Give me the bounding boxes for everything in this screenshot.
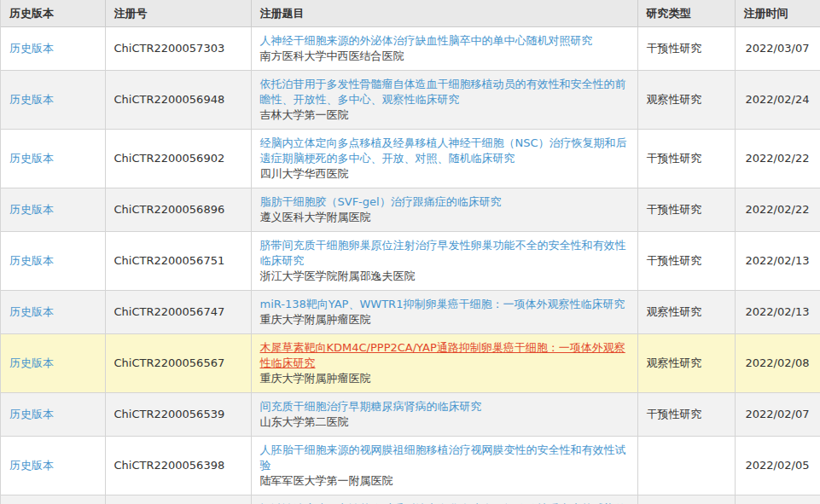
history-version-cell: 历史版本	[1, 232, 105, 291]
title-cell: 探讨泊沙康唑及卡泊芬净对重型地中海贫血造血干细胞移植受者真菌感染的一级预防方案 …	[251, 495, 637, 504]
table-row: 历史版本 ChiCTR2200056948 依托泊苷用于多发性骨髓瘤自体造血干细…	[1, 71, 820, 130]
table-row: 历史版本 ChiCTR2200056747 miR-138靶向YAP、WWTR1…	[1, 291, 820, 334]
institution-name: 重庆大学附属肿瘤医院	[260, 312, 631, 327]
title-cell: miR-138靶向YAP、WWTR1抑制卵巢癌干细胞：一项体外观察性临床研究 重…	[251, 291, 637, 334]
history-version-link[interactable]: 历史版本	[9, 408, 54, 420]
registration-number: ChiCTR2200056539	[105, 393, 251, 437]
trial-title-link[interactable]: 人神经干细胞来源的外泌体治疗缺血性脑卒中的单中心随机对照研究	[260, 34, 593, 47]
study-type: 观察性研究	[637, 334, 735, 393]
registration-date: 2022/02/01	[735, 495, 820, 504]
registration-date: 2022/02/22	[735, 130, 820, 188]
history-version-link[interactable]: 历史版本	[9, 305, 54, 318]
column-header-registration-date: 注册时间	[735, 0, 820, 27]
column-header-study-type: 研究类型	[637, 0, 735, 27]
registration-number: ChiCTR2200056747	[105, 291, 251, 334]
institution-name: 重庆大学附属肿瘤医院	[260, 371, 631, 386]
registration-number: ChiCTR2200057303	[105, 27, 251, 71]
trial-title-link[interactable]: 脐带间充质干细胞卵巢原位注射治疗早发性卵巢功能不全的安全性和有效性临床研究	[260, 239, 626, 267]
table-row: 历史版本 ChiCTR2200056902 经脑内立体定向多点移植及经鼻移植人神…	[1, 130, 820, 188]
institution-name: 陆军军医大学第一附属医院	[260, 473, 631, 489]
registration-date: 2022/03/07	[735, 27, 820, 71]
trial-title-link[interactable]: 经脑内立体定向多点移植及经鼻移植人神经干细胞（NSC）治疗恢复期和后遗症期脑梗死…	[260, 136, 627, 165]
trial-title-link[interactable]: 脂肪干细胞胶（SVF-gel）治疗跟痛症的临床研究	[260, 195, 502, 208]
history-version-link[interactable]: 历史版本	[9, 356, 54, 369]
registration-date: 2022/02/22	[735, 188, 820, 232]
table-row: 历史版本 ChiCTR2200056398 人胚胎干细胞来源的视网膜祖细胞移植治…	[1, 437, 820, 495]
history-version-cell: 历史版本	[1, 393, 105, 437]
trial-registry-results: 历史版本 注册号 注册题目 研究类型 注册时间 历史版本 ChiCTR22000…	[0, 0, 820, 504]
history-version-link[interactable]: 历史版本	[9, 459, 54, 472]
table-row: 历史版本 ChiCTR2200056751 脐带间充质干细胞卵巢原位注射治疗早发…	[1, 232, 820, 291]
column-header-registration-number: 注册号	[105, 0, 251, 27]
trial-title-link[interactable]: miR-138靶向YAP、WWTR1抑制卵巢癌干细胞：一项体外观察性临床研究	[260, 298, 625, 310]
registration-date: 2022/02/13	[735, 232, 820, 291]
registration-date: 2022/02/07	[735, 393, 820, 437]
study-type: 干预性研究	[637, 188, 735, 232]
registration-number: ChiCTR2200056902	[105, 130, 251, 188]
trial-title-link[interactable]: 人胚胎干细胞来源的视网膜祖细胞移植治疗视网膜变性的安全性和有效性试验	[260, 443, 626, 472]
history-version-cell: 历史版本	[1, 71, 105, 130]
history-version-cell: 历史版本	[1, 27, 105, 71]
study-type: 干预性研究	[637, 232, 735, 291]
study-type: 干预性研究	[637, 393, 735, 437]
institution-name: 吉林大学第一医院	[260, 107, 631, 123]
institution-name: 山东大学第二医院	[260, 414, 631, 430]
title-cell: 脂肪干细胞胶（SVF-gel）治疗跟痛症的临床研究 遵义医科大学附属医院	[251, 188, 637, 232]
table-header-row: 历史版本 注册号 注册题目 研究类型 注册时间	[1, 0, 820, 27]
title-cell: 经脑内立体定向多点移植及经鼻移植人神经干细胞（NSC）治疗恢复期和后遗症期脑梗死…	[251, 130, 637, 188]
registration-number: ChiCTR2200056567	[105, 334, 251, 393]
title-cell: 依托泊苷用于多发性骨髓瘤自体造血干细胞移植动员的有效性和安全性的前瞻性、开放性、…	[251, 71, 637, 130]
trial-title-link[interactable]: 依托泊苷用于多发性骨髓瘤自体造血干细胞移植动员的有效性和安全性的前瞻性、开放性、…	[260, 78, 626, 106]
title-cell: 人神经干细胞来源的外泌体治疗缺血性脑卒中的单中心随机对照研究 南方医科大学中西医…	[251, 27, 637, 71]
study-type: 观察性研究	[637, 291, 735, 334]
title-cell: 脐带间充质干细胞卵巢原位注射治疗早发性卵巢功能不全的安全性和有效性临床研究 浙江…	[251, 232, 637, 291]
history-version-link[interactable]: 历史版本	[9, 152, 54, 165]
column-header-registration-title: 注册题目	[251, 0, 637, 27]
table-row: 历史版本 ChiCTR2200056567 木犀草素靶向KDM4C/PPP2CA…	[1, 334, 820, 393]
registry-table: 历史版本 注册号 注册题目 研究类型 注册时间 历史版本 ChiCTR22000…	[1, 0, 820, 504]
registration-date: 2022/02/13	[735, 291, 820, 334]
table-row: 历史版本 ChiCTR2200057303 人神经干细胞来源的外泌体治疗缺血性脑…	[1, 27, 820, 71]
history-version-cell: 历史版本	[1, 130, 105, 188]
history-version-cell: 历史版本	[1, 188, 105, 232]
registration-date: 2022/02/24	[735, 71, 820, 130]
registration-number: ChiCTR2200056948	[105, 71, 251, 130]
study-type	[637, 437, 735, 495]
registration-number: ChiCTR2200056751	[105, 232, 251, 291]
registration-number: ChiCTR2200056398	[105, 437, 251, 495]
registration-date: 2022/02/08	[735, 334, 820, 393]
table-row: 历史版本 ChiCTR2200056896 脂肪干细胞胶（SVF-gel）治疗跟…	[1, 188, 820, 232]
study-type: 观察性研究	[637, 71, 735, 130]
history-version-cell: 历史版本	[1, 437, 105, 495]
title-cell: 间充质干细胞治疗早期糖尿病肾病的临床研究 山东大学第二医院	[251, 393, 637, 437]
title-cell: 木犀草素靶向KDM4C/PPP2CA/YAP通路抑制卵巢癌干细胞：一项体外观察性…	[251, 334, 637, 393]
history-version-cell: 历史版本	[1, 495, 105, 504]
study-type: 干预性研究	[637, 495, 735, 504]
column-header-history-version: 历史版本	[1, 0, 105, 27]
registration-number: ChiCTR2200056192	[105, 495, 251, 504]
history-version-link[interactable]: 历史版本	[9, 254, 54, 267]
institution-name: 遵义医科大学附属医院	[260, 210, 631, 225]
history-version-link[interactable]: 历史版本	[9, 203, 54, 216]
institution-name: 南方医科大学中西医结合医院	[260, 49, 631, 64]
history-version-cell: 历史版本	[1, 334, 105, 393]
institution-name: 四川大学华西医院	[260, 166, 631, 182]
history-version-cell: 历史版本	[1, 291, 105, 334]
registration-number: ChiCTR2200056896	[105, 188, 251, 232]
institution-name: 浙江大学医学院附属邵逸夫医院	[260, 269, 631, 284]
trial-title-link[interactable]: 木犀草素靶向KDM4C/PPP2CA/YAP通路抑制卵巢癌干细胞：一项体外观察性…	[260, 341, 625, 369]
trial-title-link[interactable]: 间充质干细胞治疗早期糖尿病肾病的临床研究	[260, 400, 482, 413]
title-cell: 人胚胎干细胞来源的视网膜祖细胞移植治疗视网膜变性的安全性和有效性试验 陆军军医大…	[251, 437, 637, 495]
table-row: 历史版本 ChiCTR2200056539 间充质干细胞治疗早期糖尿病肾病的临床…	[1, 393, 820, 437]
study-type: 干预性研究	[637, 27, 735, 71]
registration-date: 2022/02/05	[735, 437, 820, 495]
history-version-link[interactable]: 历史版本	[9, 42, 54, 55]
study-type: 干预性研究	[637, 130, 735, 188]
table-row: 历史版本 ChiCTR2200056192 探讨泊沙康唑及卡泊芬净对重型地中海贫…	[1, 495, 820, 504]
history-version-link[interactable]: 历史版本	[9, 93, 54, 106]
